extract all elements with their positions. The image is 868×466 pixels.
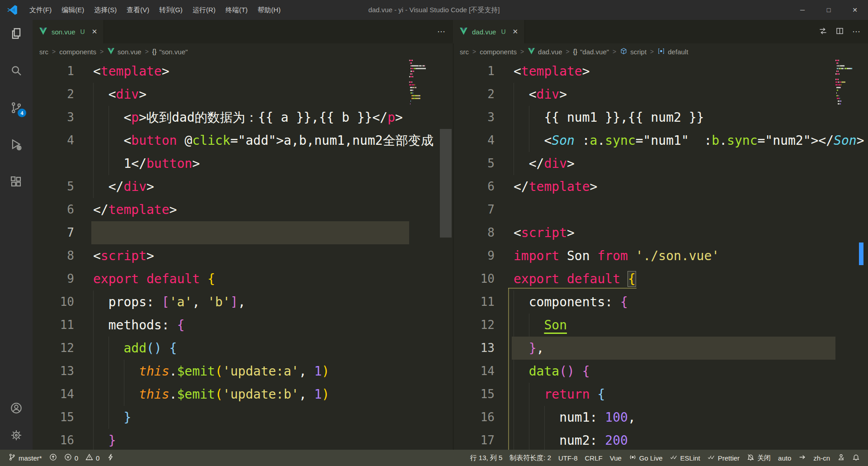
code-line-14[interactable]: 14 data() { [453,360,868,383]
breadcrumb-item-5[interactable]: default [657,48,688,56]
activitybar-run-and-debug[interactable] [9,138,24,152]
activitybar-source-control[interactable]: 4 [9,100,24,115]
code-line-2[interactable]: 2 <div> [33,83,453,106]
status-notifications-bell[interactable] [849,450,863,466]
code-line-9[interactable]: 9export default { [33,267,453,290]
status-go-live[interactable]: Go Live [625,450,666,466]
line-number: 6 [453,175,495,198]
breadcrumb-item-1[interactable]: components [59,48,96,56]
code-line-8[interactable]: 8<script> [33,244,453,267]
code-editor[interactable]: 1<template>2 <div>3 <p>收到dad的数据为：{{ a }}… [33,60,453,450]
more-actions-icon[interactable]: ⋯ [852,27,861,37]
tab-son.vue[interactable]: son.vueU✕ [33,20,104,43]
code-line-15[interactable]: 15 } [33,406,453,429]
code-line-wrap[interactable]: 1</button> [33,152,453,175]
maximize-button[interactable]: □ [816,0,842,20]
activitybar-settings[interactable] [9,428,24,442]
breadcrumb-item-2[interactable]: son.vue [107,48,142,56]
code-line-4[interactable]: 4 <button @click="add">a,b,num1,num2全部变成 [33,129,453,152]
code-line-9[interactable]: 9import Son from './son.vue' [453,244,868,267]
code-line-15[interactable]: 15 return { [453,383,868,406]
minimize-button[interactable]: ─ [789,0,816,20]
code-text: {{ num1 }},{{ num2 }} [514,106,704,129]
code-editor[interactable]: 1<template>2 <div>3 {{ num1 }},{{ num2 }… [453,60,868,450]
code-line-7[interactable]: 7 [453,198,868,221]
code-line-3[interactable]: 3 <p>收到dad的数据为：{{ a }},{{ b }}</p> [33,106,453,129]
code-line-4[interactable]: 4 <Son :a.sync="num1" :b.sync="num2"></S… [453,129,868,152]
menu-编辑E[interactable]: 编辑(E) [57,6,89,14]
menu-文件F[interactable]: 文件(F) [24,6,57,14]
status-indentation[interactable]: 制表符长度: 2 [506,450,555,466]
menu-转到G[interactable]: 转到(G) [154,6,188,14]
code-line-14[interactable]: 14 this.$emit('update:b', 1) [33,383,453,406]
status-arrow[interactable] [795,450,810,466]
code-line-11[interactable]: 11 methods: { [33,314,453,337]
code-line-13[interactable]: 13 }, [453,337,868,360]
window-title: dad.vue - yi - Visual Studio Code [不受支持] [368,6,500,14]
menu-运行R[interactable]: 运行(R) [188,6,221,14]
code-line-1[interactable]: 1<template> [453,60,868,83]
status-eslint[interactable]: ESLint [666,450,704,466]
status-errors[interactable]: 0 [61,450,82,466]
split-icon[interactable] [835,27,844,37]
code-line-5[interactable]: 5 </div> [453,152,868,175]
more-actions-icon[interactable]: ⋯ [437,27,446,37]
breadcrumb-item-0[interactable]: src [39,48,48,56]
status-display-language[interactable]: zh-cn [810,450,834,466]
code-line-3[interactable]: 3 {{ num1 }},{{ num2 }} [453,106,868,129]
activitybar-accounts[interactable] [9,401,24,415]
status-language-mode[interactable]: Vue [606,450,625,466]
status-auto-detect[interactable]: auto [774,450,795,466]
code-line-6[interactable]: 6</template> [453,175,868,198]
breadcrumb-item-3[interactable]: {}"son.vue" [152,48,188,56]
code-line-12[interactable]: 12 add() { [33,337,453,360]
code-line-17[interactable]: 17 num2: 200 [453,429,868,450]
activitybar-search[interactable] [9,63,24,78]
breadcrumb-item-3[interactable]: {}"dad.vue" [573,48,609,56]
status-live-reload[interactable] [103,450,118,466]
menu-终端T[interactable]: 终端(T) [221,6,253,14]
code-line-12[interactable]: 12 Son [453,314,868,337]
close-icon[interactable]: ✕ [513,28,519,36]
breadcrumb-item-2[interactable]: dad.vue [528,48,562,56]
code-line-16[interactable]: 16 num1: 100, [453,406,868,429]
breadcrumb-item-1[interactable]: components [480,48,517,56]
close-icon[interactable]: ✕ [92,28,98,36]
close-window-button[interactable]: ✕ [842,0,868,20]
code-line-10[interactable]: 10export default { [453,267,868,290]
menu-选择S[interactable]: 选择(S) [89,6,122,14]
status-notifications-toggle[interactable]: 关闭 [743,450,774,466]
code-line-16[interactable]: 16 } [33,429,453,450]
activitybar-explorer[interactable] [9,26,24,41]
status-encoding[interactable]: UTF-8 [555,450,581,466]
tab-dad.vue[interactable]: dad.vueU✕ [453,20,525,43]
activitybar-extensions[interactable] [9,175,24,189]
status-prettier[interactable]: Prettier [704,450,743,466]
code-line-2[interactable]: 2 <div> [453,83,868,106]
menu-查看V[interactable]: 查看(V) [122,6,154,14]
code-line-13[interactable]: 13 this.$emit('update:a', 1) [33,360,453,383]
vertical-scrollbar[interactable] [440,129,452,238]
code-text: props: ['a', 'b'], [93,290,245,314]
code-line-1[interactable]: 1<template> [33,60,453,83]
breadcrumb-item-0[interactable]: src [460,48,469,56]
menu-帮助H[interactable]: 帮助(H) [253,6,286,14]
status-warnings[interactable]: 0 [82,450,103,466]
code-line-10[interactable]: 10 props: ['a', 'b'], [33,290,453,314]
breadcrumb-label: "son.vue" [159,48,188,56]
status-git-branch[interactable]: master* [5,450,46,466]
status-cursor-position[interactable]: 行 13, 列 5 [467,450,506,466]
status-publish-changes[interactable] [46,450,61,466]
code-line-5[interactable]: 5 </div> [33,175,453,198]
breadcrumb-item-4[interactable]: script [620,48,646,56]
code-line-7[interactable]: 7 [33,221,453,244]
minimap[interactable] [409,60,428,450]
code-line-8[interactable]: 8<script> [453,221,868,244]
cube-icon [620,48,627,56]
code-line-6[interactable]: 6</template> [33,198,453,221]
code-line-11[interactable]: 11 components: { [453,290,868,314]
status-feedback[interactable] [834,450,849,466]
minimap[interactable] [835,60,854,450]
status-eol[interactable]: CRLF [581,450,606,466]
compare-icon[interactable] [819,27,827,37]
